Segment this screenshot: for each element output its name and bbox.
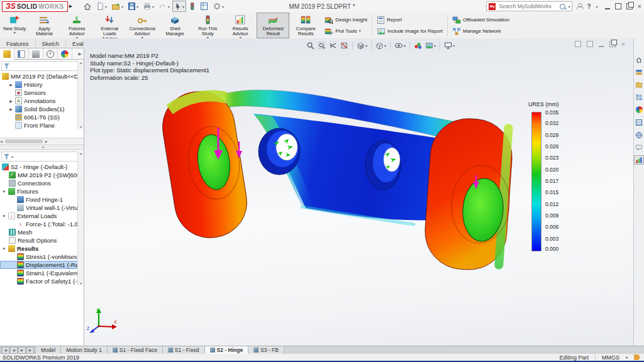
plot-tools-button[interactable]: Plot Tools ▾ [325,27,367,36]
apply-scene-icon[interactable]: ▾ [425,41,436,50]
study-item-force[interactable]: Force-1 (:Total: -1,000 N:) [0,220,84,228]
doc-close-icon[interactable]: × [621,41,625,47]
filter-dropdown-icon[interactable]: ▾ [11,155,13,159]
tree-item-sensors[interactable]: Sensors [0,89,84,97]
units-dropdown-icon[interactable]: ▾ [626,355,628,359]
appearances-scenes-icon[interactable] [634,105,644,114]
panel-splitter[interactable] [0,145,84,150]
home-button[interactable] [81,1,94,12]
tab-motion-study-1[interactable]: Motion Study 1 [61,346,108,354]
include-image-for-report-button[interactable]: Include Image for Report [377,27,443,36]
restore-icon[interactable] [626,3,633,9]
apply-material-button[interactable]: Apply Material [28,13,60,38]
last-tab-button[interactable]: ▶ [26,347,34,354]
tree-item-annotations[interactable]: ▶ Annotations [0,97,84,105]
study-item-stress1[interactable]: Stress1 (-vonMises-) [0,253,84,261]
propertymanager-tab[interactable] [14,48,29,59]
user-account-icon[interactable] [577,3,582,9]
next-tab-button[interactable]: ▶ [18,347,26,354]
doc-restore-icon[interactable] [609,41,616,47]
feature-tree-filter[interactable] [1,61,82,71]
tree-item-material[interactable]: 6061-T6 (SS) [0,113,84,121]
hide-show-items-icon[interactable]: ▾ [394,41,406,50]
study-root[interactable]: S2 - Hinge (-Default-) [0,163,84,171]
collapse-icon[interactable]: ▼ [2,190,6,194]
zoom-to-area-icon[interactable] [317,41,326,50]
logo-flyout-arrow[interactable]: ▶ [69,4,72,9]
solidworks-resources-icon[interactable] [634,55,644,64]
tab-s1-fixed-face[interactable]: S1 - Fixed Face [108,346,163,354]
tab-s2-hinge[interactable]: S2 - Hinge [205,346,249,354]
help-dropdown-icon[interactable]: ▾ [596,4,598,9]
feature-tree-hscrollbar[interactable]: ◀▶ [0,138,84,145]
save-button[interactable]: ▾ [126,1,140,12]
tab-model[interactable]: Model [36,346,61,354]
connections-advisor-button[interactable]: Connections Advisor▾ [126,13,158,38]
search-box[interactable]: My ▾ [486,1,572,11]
collapse-icon[interactable]: ▼ [2,214,6,218]
study-tree-scrollbar[interactable]: ▲▼ [77,151,84,285]
display-style-icon[interactable]: ▾ [375,41,387,50]
tree-item-history[interactable]: ▶ History [0,80,84,89]
offloaded-simulation-button[interactable]: Offloaded Simulation [452,16,509,25]
status-tag-icon[interactable] [634,354,640,360]
doc-window-icon[interactable] [575,41,581,47]
deformed-result-button[interactable]: Deformed Result [257,13,289,38]
open-button[interactable]: ▾ [109,1,125,12]
tree-item-solid-bodies[interactable]: ▶ Solid Bodies(1) [0,105,84,113]
tree-root[interactable]: MM 2019 P2 (Default<<Default>_Disp [0,72,84,80]
study-item-part[interactable]: MM 2019 P2 (-[SW]6061-T6 (SS)-) [0,171,84,179]
expand-icon[interactable]: ▶ [9,82,13,87]
performance-chart-icon[interactable] [634,155,644,165]
section-view-icon[interactable] [340,41,349,50]
study-item-displacement1[interactable]: Displacement1 (-Res disp-) [0,261,84,269]
study-item-external-loads[interactable]: ▼ External Loads [0,212,84,220]
shell-manager-button[interactable]: Shell Manager [158,13,191,38]
search-input[interactable] [497,3,558,10]
displaymanager-tab[interactable] [58,48,72,59]
previous-view-icon[interactable] [328,41,338,50]
tab-sketch[interactable]: Sketch [36,40,67,48]
new-study-button[interactable]: New Study▾ [1,13,28,38]
hinge-model-displacement-plot[interactable] [143,81,521,276]
search-icon[interactable] [560,4,565,9]
study-item-fixed-hinge[interactable]: Fixed Hinge-1 [0,195,84,204]
tab-s1-fixed[interactable]: S1 - Fixed [163,346,205,354]
study-item-mesh[interactable]: Mesh [0,228,84,236]
comments-icon[interactable] [634,143,644,152]
view-settings-icon[interactable]: ▾ [443,41,455,50]
expand-icon[interactable]: ▶ [9,99,13,103]
manage-network-button[interactable]: Manage Network [452,27,509,36]
external-loads-advisor-button[interactable]: External Loads Advisor▾ [93,13,126,38]
fixtures-advisor-button[interactable]: Fixtures Advisor▾ [60,13,93,38]
study-item-virtual-wall[interactable]: Virtual wall-1 (-Virtual Wall<MM [0,204,84,212]
view-palette-icon[interactable] [634,92,644,102]
featuremanager-tab[interactable] [0,48,14,60]
select-tool-button[interactable]: ▾ [172,1,186,12]
zoom-to-fit-icon[interactable] [306,41,315,50]
prev-tab-button[interactable]: ◀ [10,347,18,354]
panel-tabs-overflow-icon[interactable]: ▶ [72,52,84,57]
doc-minimize-icon[interactable] [599,41,604,47]
run-this-study-button[interactable]: Run This Study▾ [191,13,224,38]
status-units[interactable]: MMGS [602,354,619,361]
undo-button[interactable]: ▾ [157,1,172,12]
study-tree-filter[interactable]: ▾ [1,151,82,162]
feature-tree-scrollbar[interactable]: ▲▼ [77,61,84,129]
new-document-button[interactable]: ▾ [94,1,109,12]
tree-item-front-plane[interactable]: Front Plane [0,121,84,129]
edit-appearance-icon[interactable] [413,41,423,50]
results-advisor-button[interactable]: Results Advisor▾ [224,13,257,38]
study-item-result-options[interactable]: Result Options [0,236,84,244]
search-dropdown-icon[interactable]: ▾ [568,4,570,9]
custom-properties-icon[interactable] [634,118,644,127]
study-item-fos1[interactable]: Factor of Safety1 (-FOS-) [0,277,84,285]
file-explorer-icon[interactable] [634,80,644,89]
solidworks-forum-icon[interactable] [634,130,644,140]
study-item-connections[interactable]: Connections [0,179,84,187]
study-item-strain1[interactable]: Strain1 (-Equivalent-) [0,269,84,277]
dimxpertmanager-tab[interactable] [43,48,58,59]
help-icon[interactable]: ? [587,3,591,10]
expand-icon[interactable]: ▶ [9,107,13,111]
options-gear-button[interactable]: ▾ [211,1,226,12]
